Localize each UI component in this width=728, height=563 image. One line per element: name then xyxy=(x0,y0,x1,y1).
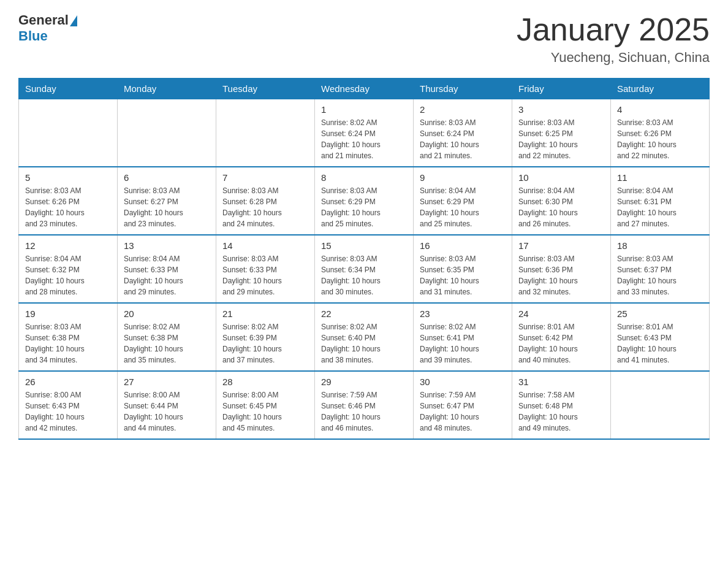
day-number: 11 xyxy=(617,172,703,183)
day-info: Sunrise: 8:00 AM Sunset: 6:45 PM Dayligh… xyxy=(222,389,308,434)
calendar-cell: 26Sunrise: 8:00 AM Sunset: 6:43 PM Dayli… xyxy=(19,371,118,439)
calendar-week-row: 26Sunrise: 8:00 AM Sunset: 6:43 PM Dayli… xyxy=(19,371,710,439)
calendar-subtitle: Yuecheng, Sichuan, China xyxy=(517,50,710,66)
day-info: Sunrise: 8:03 AM Sunset: 6:37 PM Dayligh… xyxy=(617,253,703,297)
day-info: Sunrise: 8:04 AM Sunset: 6:31 PM Dayligh… xyxy=(617,185,703,229)
calendar-week-row: 5Sunrise: 8:03 AM Sunset: 6:26 PM Daylig… xyxy=(19,167,710,235)
calendar-cell: 18Sunrise: 8:03 AM Sunset: 6:37 PM Dayli… xyxy=(611,235,710,303)
weekday-header-sunday: Sunday xyxy=(19,79,118,99)
day-number: 13 xyxy=(124,240,210,251)
day-info: Sunrise: 7:58 AM Sunset: 6:48 PM Dayligh… xyxy=(518,389,604,434)
day-number: 9 xyxy=(420,172,506,183)
day-number: 25 xyxy=(617,308,703,319)
day-info: Sunrise: 8:03 AM Sunset: 6:29 PM Dayligh… xyxy=(321,185,407,229)
calendar-cell: 25Sunrise: 8:01 AM Sunset: 6:43 PM Dayli… xyxy=(611,303,710,371)
day-number: 1 xyxy=(321,104,407,115)
calendar-cell: 20Sunrise: 8:02 AM Sunset: 6:38 PM Dayli… xyxy=(118,303,216,371)
day-number: 8 xyxy=(321,172,407,183)
calendar-cell: 22Sunrise: 8:02 AM Sunset: 6:40 PM Dayli… xyxy=(315,303,414,371)
title-block: January 2025 Yuecheng, Sichuan, China xyxy=(517,12,710,66)
calendar-cell: 12Sunrise: 8:04 AM Sunset: 6:32 PM Dayli… xyxy=(19,235,118,303)
day-number: 16 xyxy=(420,240,506,251)
day-info: Sunrise: 8:00 AM Sunset: 6:44 PM Dayligh… xyxy=(124,389,210,434)
calendar-cell: 9Sunrise: 8:04 AM Sunset: 6:29 PM Daylig… xyxy=(414,167,512,235)
calendar-cell xyxy=(216,99,315,167)
day-number: 22 xyxy=(321,308,407,319)
day-info: Sunrise: 8:02 AM Sunset: 6:41 PM Dayligh… xyxy=(420,321,506,366)
day-number: 7 xyxy=(222,172,308,183)
calendar-cell: 24Sunrise: 8:01 AM Sunset: 6:42 PM Dayli… xyxy=(512,303,611,371)
day-info: Sunrise: 8:03 AM Sunset: 6:28 PM Dayligh… xyxy=(222,185,308,229)
calendar-cell xyxy=(611,371,710,439)
day-info: Sunrise: 7:59 AM Sunset: 6:46 PM Dayligh… xyxy=(321,389,407,434)
day-number: 29 xyxy=(321,377,407,387)
day-number: 17 xyxy=(518,240,604,251)
calendar-cell xyxy=(19,99,118,167)
day-number: 6 xyxy=(124,172,210,183)
day-number: 3 xyxy=(518,104,604,115)
calendar-cell: 30Sunrise: 7:59 AM Sunset: 6:47 PM Dayli… xyxy=(414,371,512,439)
weekday-header-tuesday: Tuesday xyxy=(216,79,315,99)
day-info: Sunrise: 8:04 AM Sunset: 6:32 PM Dayligh… xyxy=(25,253,111,297)
calendar-week-row: 19Sunrise: 8:03 AM Sunset: 6:38 PM Dayli… xyxy=(19,303,710,371)
day-number: 10 xyxy=(518,172,604,183)
day-number: 23 xyxy=(420,308,506,319)
day-number: 28 xyxy=(222,377,308,387)
day-info: Sunrise: 8:04 AM Sunset: 6:29 PM Dayligh… xyxy=(420,185,506,229)
day-info: Sunrise: 8:03 AM Sunset: 6:26 PM Dayligh… xyxy=(617,117,703,161)
logo-text-blue: Blue xyxy=(18,28,48,44)
calendar-cell: 31Sunrise: 7:58 AM Sunset: 6:48 PM Dayli… xyxy=(512,371,611,439)
calendar-table: SundayMondayTuesdayWednesdayThursdayFrid… xyxy=(18,78,710,440)
day-info: Sunrise: 8:03 AM Sunset: 6:27 PM Dayligh… xyxy=(124,185,210,229)
day-info: Sunrise: 8:03 AM Sunset: 6:34 PM Dayligh… xyxy=(321,253,407,297)
weekday-header-row: SundayMondayTuesdayWednesdayThursdayFrid… xyxy=(19,79,710,99)
day-info: Sunrise: 8:03 AM Sunset: 6:38 PM Dayligh… xyxy=(25,321,111,366)
day-number: 15 xyxy=(321,240,407,251)
day-info: Sunrise: 8:03 AM Sunset: 6:36 PM Dayligh… xyxy=(518,253,604,297)
calendar-cell: 29Sunrise: 7:59 AM Sunset: 6:46 PM Dayli… xyxy=(315,371,414,439)
calendar-cell: 14Sunrise: 8:03 AM Sunset: 6:33 PM Dayli… xyxy=(216,235,315,303)
day-info: Sunrise: 8:02 AM Sunset: 6:24 PM Dayligh… xyxy=(321,117,407,161)
day-info: Sunrise: 7:59 AM Sunset: 6:47 PM Dayligh… xyxy=(420,389,506,434)
calendar-cell: 27Sunrise: 8:00 AM Sunset: 6:44 PM Dayli… xyxy=(118,371,216,439)
calendar-cell: 6Sunrise: 8:03 AM Sunset: 6:27 PM Daylig… xyxy=(118,167,216,235)
weekday-header-saturday: Saturday xyxy=(611,79,710,99)
calendar-cell: 3Sunrise: 8:03 AM Sunset: 6:25 PM Daylig… xyxy=(512,99,611,167)
day-info: Sunrise: 8:02 AM Sunset: 6:38 PM Dayligh… xyxy=(124,321,210,366)
day-info: Sunrise: 8:03 AM Sunset: 6:25 PM Dayligh… xyxy=(518,117,604,161)
weekday-header-wednesday: Wednesday xyxy=(315,79,414,99)
calendar-cell: 1Sunrise: 8:02 AM Sunset: 6:24 PM Daylig… xyxy=(315,99,414,167)
calendar-cell: 28Sunrise: 8:00 AM Sunset: 6:45 PM Dayli… xyxy=(216,371,315,439)
weekday-header-monday: Monday xyxy=(118,79,216,99)
page-header: General Blue January 2025 Yuecheng, Sich… xyxy=(18,12,710,66)
day-info: Sunrise: 8:00 AM Sunset: 6:43 PM Dayligh… xyxy=(25,389,111,434)
calendar-week-row: 12Sunrise: 8:04 AM Sunset: 6:32 PM Dayli… xyxy=(19,235,710,303)
day-number: 2 xyxy=(420,104,506,115)
day-number: 4 xyxy=(617,104,703,115)
calendar-cell: 15Sunrise: 8:03 AM Sunset: 6:34 PM Dayli… xyxy=(315,235,414,303)
day-info: Sunrise: 8:04 AM Sunset: 6:33 PM Dayligh… xyxy=(124,253,210,297)
logo: General Blue xyxy=(18,12,77,44)
day-number: 14 xyxy=(222,240,308,251)
calendar-title: January 2025 xyxy=(517,12,710,47)
calendar-cell: 21Sunrise: 8:02 AM Sunset: 6:39 PM Dayli… xyxy=(216,303,315,371)
day-info: Sunrise: 8:03 AM Sunset: 6:24 PM Dayligh… xyxy=(420,117,506,161)
calendar-cell: 16Sunrise: 8:03 AM Sunset: 6:35 PM Dayli… xyxy=(414,235,512,303)
day-info: Sunrise: 8:01 AM Sunset: 6:43 PM Dayligh… xyxy=(617,321,703,366)
day-number: 30 xyxy=(420,377,506,387)
calendar-cell: 10Sunrise: 8:04 AM Sunset: 6:30 PM Dayli… xyxy=(512,167,611,235)
day-number: 27 xyxy=(124,377,210,387)
day-number: 20 xyxy=(124,308,210,319)
calendar-cell: 17Sunrise: 8:03 AM Sunset: 6:36 PM Dayli… xyxy=(512,235,611,303)
calendar-week-row: 1Sunrise: 8:02 AM Sunset: 6:24 PM Daylig… xyxy=(19,99,710,167)
weekday-header-thursday: Thursday xyxy=(414,79,512,99)
calendar-cell: 23Sunrise: 8:02 AM Sunset: 6:41 PM Dayli… xyxy=(414,303,512,371)
day-info: Sunrise: 8:01 AM Sunset: 6:42 PM Dayligh… xyxy=(518,321,604,366)
weekday-header-friday: Friday xyxy=(512,79,611,99)
calendar-cell: 8Sunrise: 8:03 AM Sunset: 6:29 PM Daylig… xyxy=(315,167,414,235)
day-number: 24 xyxy=(518,308,604,319)
day-info: Sunrise: 8:02 AM Sunset: 6:39 PM Dayligh… xyxy=(222,321,308,366)
day-number: 5 xyxy=(25,172,111,183)
day-number: 18 xyxy=(617,240,703,251)
logo-triangle-icon xyxy=(70,15,77,26)
